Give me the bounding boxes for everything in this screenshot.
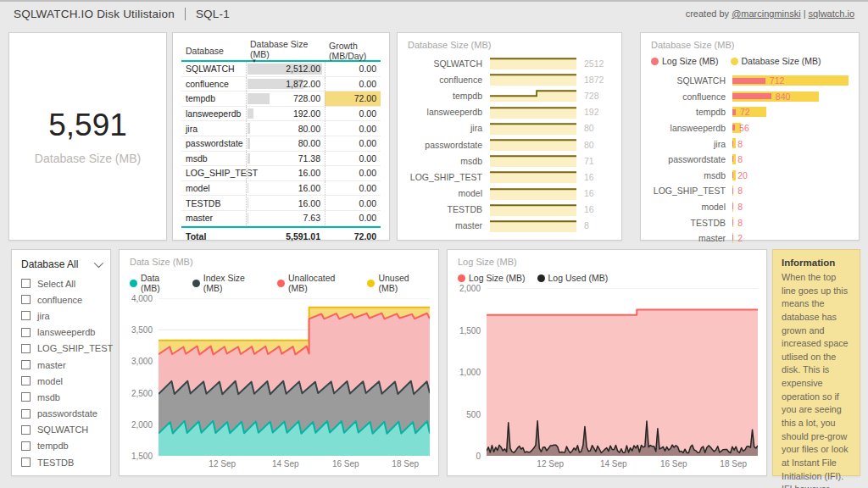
log-size-bar[interactable] (732, 125, 735, 130)
checkbox-icon[interactable] (21, 392, 31, 402)
bar-row[interactable]: confluence840 (651, 89, 849, 105)
bar-row[interactable]: TESTDB8 (651, 214, 849, 230)
chevron-down-icon[interactable] (94, 258, 103, 268)
log-size-bar[interactable] (732, 235, 733, 241)
spark-row[interactable]: passwordstate80 (408, 136, 611, 152)
table-row[interactable]: jira80.000.00 (181, 121, 381, 136)
table-row[interactable]: tempdb728.0072.00 (181, 92, 381, 107)
slicer-item[interactable]: passwordstate (19, 406, 103, 422)
log-size-value: 712 (770, 75, 785, 86)
table-cell-growth: 0.00 (325, 196, 381, 210)
checkbox-icon[interactable] (21, 311, 31, 320)
log-size-bar[interactable] (732, 78, 765, 84)
table-row[interactable]: confluence1,872.000.00 (181, 77, 381, 92)
spark-row[interactable]: msdb71 (408, 152, 611, 169)
slicer-item[interactable]: LOG_SHIP_TEST (19, 341, 103, 357)
slicer-item[interactable]: Select All (19, 275, 103, 291)
bar-row-label: confluence (651, 92, 726, 102)
bar-row[interactable]: jira8 (651, 136, 849, 152)
table-row[interactable]: model16.000.00 (181, 181, 381, 197)
legend-item[interactable]: Data (MB) (130, 273, 181, 293)
slicer-item[interactable]: master (19, 357, 103, 373)
bar-row[interactable]: passwordstate8 (651, 152, 849, 168)
spark-row-value: 16 (584, 204, 611, 214)
table-row[interactable]: lansweeperdb192.000.00 (181, 107, 381, 122)
info-title: Information (782, 258, 851, 268)
spark-row[interactable]: jira80 (408, 120, 611, 136)
size-value: 1,872.00 (286, 79, 320, 89)
column-header-growth[interactable]: Growth (MB/Day) (325, 41, 381, 61)
bar-row[interactable]: tempdb72 (651, 104, 849, 120)
legend-item[interactable]: Unallocated (MB) (277, 273, 355, 293)
spark-row[interactable]: tempdb728 (408, 87, 611, 103)
log-size-bar[interactable] (732, 93, 771, 99)
bar-row[interactable]: LOG_SHIP_TEST8 (651, 183, 849, 199)
bar-row[interactable]: msdb20 (651, 168, 849, 184)
checkbox-icon[interactable] (21, 458, 31, 467)
table-cell-database: msdb (181, 152, 246, 166)
plot-area[interactable] (487, 288, 758, 456)
log-size-bar[interactable] (732, 109, 736, 115)
log-size-bar[interactable] (732, 188, 733, 194)
log-size-bar[interactable] (732, 141, 733, 147)
slicer-item[interactable]: tempdb (19, 438, 103, 454)
slicer-item[interactable]: model (19, 373, 103, 389)
legend-item[interactable]: Database Size (MB) (731, 56, 821, 66)
plot-area[interactable] (159, 298, 430, 456)
size-value: 71.38 (298, 153, 320, 164)
log-size-bar[interactable] (732, 219, 733, 225)
spark-row-value: 16 (584, 188, 611, 198)
table-row[interactable]: LOG_SHIP_TEST16.000.00 (181, 166, 381, 181)
log-size-value: 72 (740, 107, 750, 117)
checkbox-icon[interactable] (21, 425, 31, 435)
table-row[interactable]: passwordstate80.000.00 (181, 136, 381, 152)
checkbox-icon[interactable] (21, 409, 31, 419)
checkbox-icon[interactable] (21, 360, 31, 369)
slicer-item[interactable]: jira (19, 308, 103, 324)
table-row[interactable]: msdb71.380.00 (181, 152, 381, 167)
spark-row[interactable]: confluence1872 (408, 71, 611, 87)
checkbox-icon[interactable] (21, 295, 31, 304)
legend-item[interactable]: Log Used (MB) (537, 273, 609, 283)
slicer-item[interactable]: TESTDB (19, 454, 103, 470)
slicer-header[interactable]: Database All (19, 257, 103, 275)
bar-row-label: TESTDB (651, 218, 726, 228)
log-size-bar[interactable] (732, 172, 733, 178)
bar-row[interactable]: lansweeperdb56 (651, 120, 849, 136)
table-row[interactable]: SQLWATCH2,512.000.00 (181, 62, 381, 77)
author-link[interactable]: @marcingminski (732, 8, 800, 19)
checkbox-icon[interactable] (21, 279, 31, 288)
table-row[interactable]: master7.630.00 (181, 211, 381, 226)
checkbox-icon[interactable] (21, 344, 31, 353)
y-tick-label: 500 (466, 409, 481, 419)
slicer-item[interactable]: lansweeperdb (19, 324, 103, 341)
spark-row[interactable]: lansweeperdb192 (408, 104, 611, 120)
table-cell-database: master (181, 211, 246, 225)
checkbox-icon[interactable] (21, 376, 31, 385)
legend-item[interactable]: Unused (MB) (367, 273, 430, 293)
spark-row[interactable]: LOG_SHIP_TEST16 (408, 169, 611, 185)
table-row[interactable]: TESTDB16.000.00 (181, 196, 381, 211)
slicer-item[interactable]: msdb (19, 389, 103, 405)
column-header-size[interactable]: Database Size (MB) ▼ (246, 39, 325, 63)
spark-row[interactable]: master8 (408, 218, 611, 234)
log-size-bar[interactable] (732, 156, 733, 162)
slicer-item[interactable]: SQLWATCH (19, 422, 103, 438)
credit-text: created by @marcingminski | sqlwatch.io (686, 8, 854, 19)
slicer-item[interactable]: confluence (19, 291, 103, 308)
bar-row[interactable]: master2 (651, 230, 849, 247)
spark-row[interactable]: SQLWATCH2512 (408, 55, 611, 71)
log-size-bar[interactable] (732, 203, 733, 209)
spark-row[interactable]: TESTDB16 (408, 202, 611, 218)
bar-row[interactable]: SQLWATCH712 (651, 73, 849, 89)
legend-item[interactable]: Log Size (MB) (458, 273, 526, 283)
checkbox-icon[interactable] (21, 441, 31, 451)
legend-item[interactable]: Log Size (MB) (651, 56, 719, 66)
checkbox-icon[interactable] (21, 328, 31, 337)
spark-row[interactable]: model16 (408, 186, 611, 202)
legend-item[interactable]: Index Size (MB) (192, 273, 265, 293)
size-value: 2,512.00 (286, 64, 320, 74)
sqlwatch-link[interactable]: sqlwatch.io (809, 8, 854, 19)
column-header-database[interactable]: Database (181, 46, 246, 56)
bar-row[interactable]: model8 (651, 199, 849, 215)
